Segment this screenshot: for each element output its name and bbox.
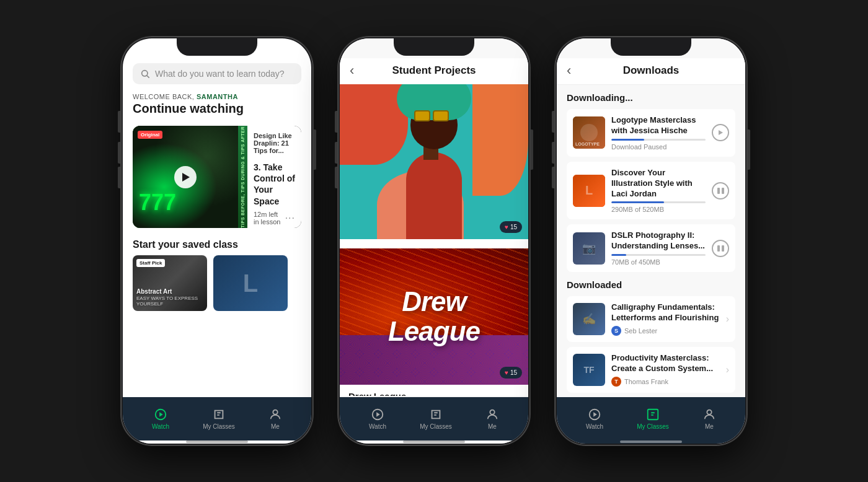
course-name: Design Like Draplin: 21 Tips for...: [254, 132, 295, 154]
downloaded-item-2[interactable]: TF Productivity Masterclass: Create a Cu…: [567, 347, 735, 393]
play-icon-dl-1: [712, 124, 729, 141]
project-card-1[interactable]: ♥ 15 Self Portrait Laci Jordan: [340, 84, 528, 247]
downloading-label: Downloading...: [567, 92, 735, 103]
downloads-body: Downloading... LOGOTYPE L: [557, 85, 745, 397]
svg-marker-3: [159, 412, 163, 416]
continue-watching-title: Continue watching: [133, 102, 301, 116]
watch-icon: [154, 408, 167, 421]
dl-progress-bar-1: [611, 139, 706, 141]
svg-point-4: [273, 410, 277, 414]
heart-icon-1: ♥: [505, 224, 508, 230]
downloaded-section: Downloaded ✍ Calligraphy Fundamentals: L…: [567, 279, 735, 393]
home-indicator-3: [557, 440, 745, 444]
saved-card-2[interactable]: L: [213, 255, 288, 311]
nav2-watch-label: Watch: [369, 423, 386, 430]
download-item-2[interactable]: L Discover Your Illustration Style with …: [567, 162, 735, 220]
project-image-drew-league: DrewLeague ♥ 15: [340, 248, 528, 385]
more-options[interactable]: ···: [285, 213, 295, 224]
nav-watch[interactable]: Watch: [152, 408, 169, 430]
dl-action-1[interactable]: [712, 124, 729, 141]
project-info-1: Self Portrait Laci Jordan: [340, 239, 528, 247]
nav2-me[interactable]: Me: [485, 408, 499, 430]
svg-marker-6: [376, 412, 380, 416]
dl-action-3[interactable]: [712, 240, 729, 257]
likes-badge-2: ♥ 15: [500, 367, 522, 379]
dl-title-5: Productivity Masterclass: Create a Custo…: [611, 353, 720, 374]
author-name-2: Thomas Frank: [624, 378, 668, 385]
nav3-watch-label: Watch: [586, 423, 603, 430]
dl-info-5: Productivity Masterclass: Create a Custo…: [611, 353, 720, 387]
nav3-watch[interactable]: Watch: [586, 408, 603, 430]
svg-marker-8: [719, 130, 723, 135]
me-icon-2: [485, 408, 499, 421]
home-indicator-2: [340, 440, 528, 444]
saved-title: Start your saved class: [133, 239, 301, 250]
time-left: 12m left in lesson: [254, 211, 285, 226]
downloaded-item-1[interactable]: ✍ Calligraphy Fundamentals: Letterforms …: [567, 296, 735, 342]
author-avatar-1: S: [611, 326, 621, 336]
video-info: Design Like Draplin: 21 Tips for... 3. T…: [247, 126, 301, 228]
home-indicator-1: [123, 440, 311, 444]
saved-card-1[interactable]: Staff Pick Abstract Art EASY WAYS TO EXP…: [133, 255, 207, 311]
nav-me-label: Me: [271, 423, 280, 430]
svg-point-7: [490, 410, 494, 414]
author-name-1: Seb Lester: [624, 327, 657, 335]
nav3-my-classes[interactable]: My Classes: [637, 408, 669, 430]
nav3-me[interactable]: Me: [702, 408, 716, 430]
nav3-me-label: Me: [705, 423, 714, 430]
dl-title-3: DSLR Photography II: Understanding Lense…: [611, 230, 706, 252]
saved-card-letter: L: [243, 269, 258, 297]
play-button[interactable]: [174, 166, 197, 188]
nav-me[interactable]: Me: [268, 408, 282, 430]
my-classes-icon-3: [646, 408, 660, 421]
notch-3: [611, 38, 691, 56]
video-thumbnail: Original 777: [133, 126, 238, 228]
p2-title: Student Projects: [350, 64, 518, 77]
author-avatar-2: T: [611, 377, 621, 387]
watch-icon-2: [371, 408, 384, 421]
back-button-3[interactable]: ‹: [567, 63, 571, 79]
me-icon: [268, 408, 282, 421]
watch-icon-3: [588, 408, 601, 421]
project-card-2[interactable]: DrewLeague ♥ 15 Drew League Alexis Taïeb: [340, 248, 528, 396]
nav-my-classes[interactable]: My Classes: [203, 408, 235, 430]
author-row-1: S Seb Lester: [611, 326, 720, 336]
continue-watching-card[interactable]: Original 777 TIPS BEFORE, TIPS DURING & …: [133, 126, 301, 228]
dl-status-1: Download Paused: [611, 143, 706, 151]
heart-icon-2: ♥: [505, 369, 508, 376]
project-name-1: Self Portrait: [348, 245, 520, 247]
dl-info-2: Discover Your Illustration Style with La…: [611, 168, 706, 214]
pause-icon-dl-3: [712, 240, 729, 257]
saved-section: Start your saved class Staff Pick Abstra…: [123, 233, 311, 313]
download-item-1[interactable]: LOGOTYPE Logotype Masterclass with Jessi…: [567, 109, 735, 157]
dl-progress-fill-3: [611, 254, 626, 256]
staff-pick-badge: Staff Pick: [136, 259, 165, 267]
my-classes-icon-2: [429, 408, 443, 421]
nav2-me-label: Me: [488, 423, 497, 430]
dl-progress-fill-2: [611, 201, 664, 203]
dl-action-2[interactable]: [712, 182, 729, 199]
back-button-2[interactable]: ‹: [350, 63, 354, 79]
downloaded-label: Downloaded: [567, 279, 735, 290]
dl-info-4: Calligraphy Fundamentals: Letterforms an…: [611, 302, 720, 336]
lesson-title: 3. Take Control of Your Space: [254, 162, 295, 207]
video-strip: TIPS BEFORE, TIPS DURING & TIPS AFTER: [238, 126, 247, 228]
svg-line-1: [147, 76, 149, 78]
dl-thumb-5: TF: [573, 354, 605, 386]
project-image-self-portrait: ♥ 15: [340, 84, 528, 239]
nav2-my-classes[interactable]: My Classes: [420, 408, 452, 430]
phone-3: ‹ Downloads Downloading... LOGOT: [555, 37, 747, 445]
dl-progress-bar-2: [611, 201, 706, 203]
search-bar[interactable]: What do you want to learn today?: [133, 63, 301, 84]
notch-1: [177, 38, 257, 56]
welcome-label: WELCOME BACK, SAMANTHA: [133, 93, 301, 100]
original-badge: Original: [138, 131, 162, 139]
drew-league-text: DrewLeague: [388, 287, 480, 347]
svg-point-0: [142, 71, 148, 76]
download-item-3[interactable]: 📷 DSLR Photography II: Understanding Len…: [567, 224, 735, 272]
dl-thumb-3: 📷: [573, 232, 605, 265]
dl-title-4: Calligraphy Fundamentals: Letterforms an…: [611, 302, 720, 323]
nav2-watch[interactable]: Watch: [369, 408, 386, 430]
dl-title-2: Discover Your Illustration Style with La…: [611, 168, 706, 199]
notch-2: [394, 38, 474, 56]
